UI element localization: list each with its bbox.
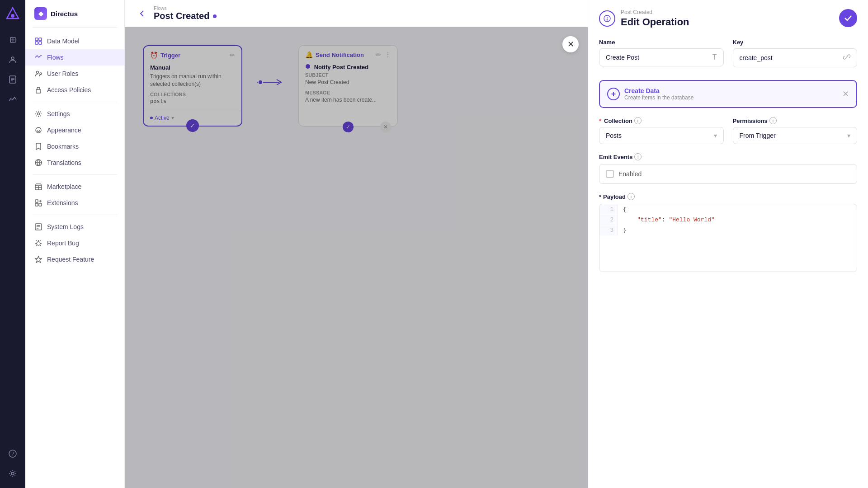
sidebar-item-appearance[interactable]: Appearance <box>25 122 124 138</box>
emit-events-checkbox[interactable] <box>606 170 614 178</box>
sidebar-item-data-model[interactable]: Data Model <box>25 33 124 49</box>
close-panel-button[interactable]: ✕ <box>562 36 579 52</box>
sidebar-nav-files[interactable] <box>4 70 22 89</box>
svg-point-15 <box>37 71 39 74</box>
operation-card-left: + Create Data Create items in the databa… <box>607 87 693 101</box>
emit-events-checkbox-area[interactable]: Enabled <box>599 164 857 184</box>
user-roles-icon <box>34 70 42 78</box>
sidebar-label-data-model: Data Model <box>47 38 80 45</box>
collection-label: * Collection i <box>599 117 724 124</box>
code-content-2: "title": "Hello World" <box>618 215 720 225</box>
svg-line-37 <box>40 245 41 246</box>
line-num-2: 2 <box>599 215 618 225</box>
code-editor-empty-area[interactable] <box>599 235 857 272</box>
permissions-info-icon[interactable]: i <box>769 117 777 124</box>
panel-title: Edit Operation <box>621 16 689 28</box>
sidebar-item-translations[interactable]: Translations <box>25 155 124 171</box>
back-button[interactable] <box>136 7 148 20</box>
svg-point-16 <box>40 73 42 75</box>
sidebar-label-marketplace: Marketplace <box>47 183 81 190</box>
svg-marker-38 <box>35 256 42 263</box>
sidebar-label-extensions: Extensions <box>47 199 78 206</box>
payload-label: * Payload i <box>599 193 857 200</box>
svg-rect-10 <box>35 38 38 41</box>
sidebar-label-request-feature: Request Feature <box>47 256 94 263</box>
main-content: Flows Post Created ⏰ Trigger ✏ Manual <box>125 0 588 488</box>
svg-point-32 <box>37 242 40 245</box>
key-label: Key <box>733 39 858 46</box>
sidebar-item-report-bug[interactable]: Report Bug <box>25 235 124 251</box>
sidebar-nav-content[interactable]: ⊞ <box>4 31 22 49</box>
collection-form-group: * Collection i Posts ▾ <box>599 117 724 144</box>
code-content-1: { <box>618 204 632 215</box>
sidebar-item-extensions[interactable]: Extensions <box>25 195 124 211</box>
code-line-1: 1 { <box>599 204 857 215</box>
name-key-row: Name Create Post T Key create_post <box>599 39 857 67</box>
svg-point-9 <box>11 472 14 475</box>
sidebar-item-access-policies[interactable]: Access Policies <box>25 82 124 98</box>
sidebar-nav-users[interactable] <box>4 51 22 69</box>
flow-header: Flows Post Created <box>125 0 588 27</box>
sidebar-item-settings[interactable]: Settings <box>25 106 124 122</box>
emit-events-info-icon[interactable]: i <box>634 153 642 160</box>
panel-header: Post Created Edit Operation <box>588 0 868 35</box>
permissions-chevron-icon: ▾ <box>847 132 850 139</box>
save-button[interactable] <box>839 9 857 27</box>
line-num-1: 1 <box>599 205 618 215</box>
code-content-3: } <box>618 225 632 235</box>
payload-info-icon[interactable]: i <box>627 193 635 200</box>
overlay-backdrop <box>125 27 588 488</box>
settings-icon <box>34 110 42 118</box>
operation-close-icon[interactable]: ✕ <box>842 89 849 99</box>
sidebar-section-main: Data Model Flows User Roles <box>25 31 124 269</box>
panel-body: Name Create Post T Key create_post <box>588 35 868 488</box>
operation-card-info: Create Data Create items in the database <box>624 87 693 101</box>
panel-header-icon <box>599 10 615 27</box>
panel-header-left: Post Created Edit Operation <box>599 9 689 28</box>
app-logo-icon[interactable] <box>5 5 21 22</box>
sidebar-label-access-policies: Access Policies <box>47 86 91 94</box>
sidebar-divider-lower <box>33 174 117 175</box>
svg-rect-12 <box>35 42 38 44</box>
sidebar-nav-activity[interactable] <box>4 90 22 108</box>
key-form-group: Key create_post <box>733 39 858 67</box>
panel-header-text: Post Created Edit Operation <box>621 9 689 28</box>
collection-select[interactable]: Posts ▾ <box>599 127 724 144</box>
flow-breadcrumb: Flows <box>154 5 217 11</box>
sidebar-label-appearance: Appearance <box>47 127 81 134</box>
bookmarks-icon <box>34 142 42 150</box>
sidebar-item-marketplace[interactable]: Marketplace <box>25 178 124 195</box>
collection-chevron-icon: ▾ <box>714 132 717 139</box>
collection-info-icon[interactable]: i <box>634 117 642 124</box>
sidebar-label-report-bug: Report Bug <box>47 239 79 247</box>
sidebar: ◆ Directus Data Model Flows <box>25 0 125 488</box>
sidebar-nav-settings[interactable] <box>4 465 22 483</box>
sidebar-item-bookmarks[interactable]: Bookmarks <box>25 138 124 155</box>
sidebar-divider-bottom <box>33 215 117 215</box>
sidebar-item-flows[interactable]: Flows <box>25 49 124 66</box>
code-line-3: 3 } <box>599 225 857 235</box>
svg-rect-26 <box>35 203 38 206</box>
name-label: Name <box>599 39 724 46</box>
sidebar-label-system-logs: System Logs <box>47 223 84 230</box>
key-input[interactable]: create_post <box>733 48 858 67</box>
sidebar-nav-help[interactable]: ? <box>4 445 22 463</box>
svg-rect-27 <box>39 203 42 206</box>
name-input[interactable]: Create Post T <box>599 48 724 66</box>
svg-rect-13 <box>39 42 42 44</box>
appearance-icon <box>34 126 42 134</box>
sidebar-item-user-roles[interactable]: User Roles <box>25 66 124 82</box>
svg-line-36 <box>36 245 37 246</box>
payload-code-editor[interactable]: 1 { 2 "title": "Hello World" 3 } <box>599 204 857 272</box>
sidebar-item-request-feature[interactable]: Request Feature <box>25 251 124 267</box>
permissions-select[interactable]: From Trigger ▾ <box>733 127 858 144</box>
sidebar-item-system-logs[interactable]: System Logs <box>25 219 124 235</box>
sidebar-label-settings: Settings <box>47 110 70 117</box>
panel-subtitle: Post Created <box>621 9 689 15</box>
operation-card[interactable]: + Create Data Create items in the databa… <box>599 80 857 108</box>
flows-icon <box>34 53 42 61</box>
key-link-icon <box>843 53 850 62</box>
right-panel: Post Created Edit Operation Name Create … <box>588 0 868 488</box>
extensions-icon <box>34 199 42 207</box>
icon-bar: ⊞ ? <box>0 0 25 488</box>
